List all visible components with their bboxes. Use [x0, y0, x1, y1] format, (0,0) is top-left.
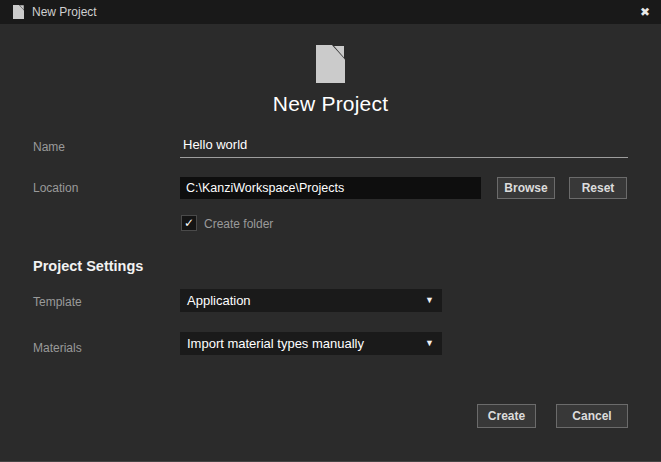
chevron-down-icon: ▼	[425, 332, 434, 355]
chevron-down-icon: ▼	[425, 289, 434, 312]
section-title: Project Settings	[33, 258, 143, 274]
name-input[interactable]	[180, 135, 628, 158]
location-input[interactable]	[180, 177, 481, 199]
name-label: Name	[33, 140, 65, 154]
create-folder-label[interactable]: Create folder	[204, 217, 273, 231]
page-title: New Project	[0, 92, 661, 116]
create-folder-checkbox[interactable]: ✓	[181, 215, 197, 231]
cancel-button[interactable]: Cancel	[556, 404, 628, 428]
titlebar: New Project ✖	[0, 0, 661, 24]
new-project-dialog: New Project ✖ New Project Name Location …	[0, 0, 661, 462]
close-icon[interactable]: ✖	[634, 2, 656, 22]
template-dropdown-value: Application	[187, 293, 251, 308]
create-button[interactable]: Create	[477, 404, 536, 428]
materials-dropdown-value: Import material types manually	[187, 336, 364, 351]
template-label: Template	[33, 295, 82, 309]
browse-button[interactable]: Browse	[497, 177, 555, 199]
document-icon	[316, 45, 345, 83]
document-icon	[13, 5, 24, 19]
window-title: New Project	[32, 5, 97, 19]
materials-label: Materials	[33, 341, 82, 355]
template-dropdown[interactable]: Application ▼	[180, 289, 442, 312]
location-label: Location	[33, 181, 78, 195]
reset-button[interactable]: Reset	[569, 177, 627, 199]
materials-dropdown[interactable]: Import material types manually ▼	[180, 332, 442, 355]
